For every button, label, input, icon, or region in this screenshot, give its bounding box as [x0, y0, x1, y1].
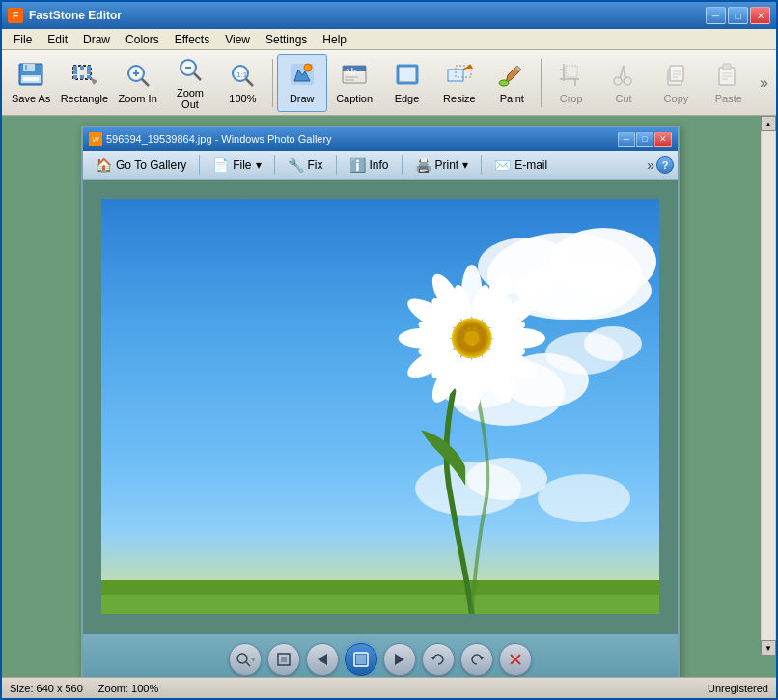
zoom-out-button[interactable]: Zoom Out — [165, 54, 215, 112]
svg-point-109 — [467, 327, 471, 331]
photo-gallery-title: 596694_19539864.jpg - Windows Photo Gall… — [106, 133, 618, 145]
main-window: F FastStone Editor ─ □ ✕ File Edit Draw … — [0, 0, 778, 700]
save-as-label: Save As — [12, 93, 50, 104]
sub-close-button[interactable]: ✕ — [654, 132, 672, 147]
menu-effects[interactable]: Effects — [167, 31, 217, 48]
gallery-fit-button[interactable] — [267, 643, 300, 676]
minimize-button[interactable]: ─ — [706, 7, 726, 24]
save-as-button[interactable]: Save As — [6, 54, 56, 112]
svg-line-113 — [246, 662, 250, 666]
title-bar: F FastStone Editor ─ □ ✕ — [2, 2, 776, 29]
email-label: E-mail — [514, 158, 547, 172]
daisy-image — [322, 228, 612, 614]
caption-label: Caption — [336, 93, 373, 104]
svg-rect-58 — [723, 64, 731, 70]
go-to-gallery-label: Go To Gallery — [116, 158, 186, 172]
rectangle-label: Rectangle — [61, 93, 109, 104]
menu-file[interactable]: File — [6, 31, 40, 48]
menu-view[interactable]: View — [217, 31, 258, 48]
scroll-up-button[interactable]: ▲ — [761, 116, 776, 131]
svg-rect-4 — [23, 77, 39, 81]
maximize-button[interactable]: □ — [728, 7, 748, 24]
svg-line-27 — [246, 79, 253, 86]
paint-label: Paint — [500, 93, 524, 104]
draw-button[interactable]: Draw — [277, 54, 327, 112]
copy-button[interactable]: Copy — [651, 54, 701, 112]
svg-line-51 — [624, 66, 625, 79]
fix-button[interactable]: 🔧 Fix — [279, 154, 332, 177]
svg-rect-118 — [356, 655, 366, 664]
crop-button[interactable]: Crop — [545, 54, 596, 112]
svg-marker-119 — [395, 654, 404, 665]
cut-button[interactable]: Cut — [598, 54, 649, 112]
email-button[interactable]: ✉️ E-mail — [486, 154, 556, 177]
svg-line-23 — [194, 73, 201, 80]
menu-bar: File Edit Draw Colors Effects View Setti… — [2, 29, 776, 50]
svg-rect-13 — [80, 75, 84, 79]
go-to-gallery-button[interactable]: 🏠 Go To Gallery — [87, 154, 195, 177]
info-button[interactable]: ℹ️ Info — [341, 154, 398, 177]
app-icon: F — [8, 8, 23, 23]
toolbar-expand-icon[interactable]: » — [756, 72, 772, 94]
paste-button[interactable]: Paste — [704, 54, 754, 112]
zoom-in-label: Zoom In — [118, 93, 156, 104]
cut-icon — [610, 62, 637, 91]
gallery-view-button[interactable] — [345, 643, 377, 676]
toolbar-sep-2 — [541, 59, 542, 107]
menu-settings[interactable]: Settings — [258, 31, 315, 48]
fix-label: Fix — [308, 158, 323, 172]
svg-marker-120 — [431, 657, 435, 660]
svg-point-42 — [499, 80, 509, 86]
scroll-track[interactable] — [762, 131, 775, 640]
sub-maximize-button[interactable]: □ — [636, 132, 653, 147]
print-label: Print — [435, 158, 459, 172]
app-title: FastStone Editor — [29, 9, 706, 22]
edge-button[interactable]: Edge — [381, 54, 431, 112]
menu-draw[interactable]: Draw — [75, 31, 118, 48]
print-button[interactable]: 🖨️ Print ▾ — [406, 154, 478, 177]
photo-gallery-bottom-bar: ▾ — [83, 633, 678, 677]
photo-frame — [101, 199, 659, 614]
caption-button[interactable]: Ab Caption — [329, 54, 379, 112]
scroll-down-button[interactable]: ▼ — [761, 640, 776, 656]
gallery-redo-button[interactable] — [460, 643, 493, 676]
zoom-in-button[interactable]: Zoom In — [112, 54, 162, 112]
sub-minimize-button[interactable]: ─ — [618, 132, 635, 147]
rectangle-button[interactable]: Rectangle — [58, 54, 110, 112]
menu-edit[interactable]: Edit — [40, 31, 75, 48]
go-to-gallery-icon: 🏠 — [96, 157, 112, 173]
info-icon: ℹ️ — [349, 157, 366, 173]
sub-toolbar-expand-icon[interactable]: » — [647, 157, 654, 173]
status-registration: Unregistered — [708, 683, 768, 694]
paint-icon — [498, 62, 525, 91]
zoom-100-button[interactable]: 1:1 100% — [217, 54, 267, 112]
sub-sep-3 — [336, 155, 337, 175]
gallery-delete-button[interactable] — [499, 643, 532, 676]
paint-button[interactable]: Paint — [486, 54, 537, 112]
gallery-next-button[interactable] — [383, 643, 416, 676]
resize-button[interactable]: Resize — [434, 54, 485, 112]
print-dropdown-icon: ▾ — [462, 158, 468, 172]
resize-icon — [446, 62, 473, 91]
file-button[interactable]: 📄 File ▾ — [204, 154, 269, 177]
gallery-undo-button[interactable] — [422, 643, 455, 676]
status-size: Size: 640 x 560 — [10, 683, 83, 694]
sub-sep-2 — [274, 155, 275, 175]
help-button[interactable]: ? — [656, 156, 674, 174]
svg-rect-1 — [23, 64, 35, 71]
svg-rect-10 — [80, 66, 84, 70]
gallery-prev-button[interactable] — [306, 643, 339, 676]
zoom-out-icon — [177, 56, 204, 85]
svg-rect-12 — [87, 70, 91, 74]
zoom-in-icon — [125, 62, 152, 91]
svg-rect-11 — [73, 70, 77, 74]
close-button[interactable]: ✕ — [750, 7, 770, 24]
sub-sep-1 — [199, 155, 200, 175]
menu-help[interactable]: Help — [315, 31, 354, 48]
menu-colors[interactable]: Colors — [118, 31, 167, 48]
gallery-zoom-button[interactable]: ▾ — [229, 643, 262, 676]
draw-label: Draw — [290, 93, 315, 104]
caption-icon: Ab — [341, 62, 368, 91]
crop-icon — [558, 62, 585, 91]
svg-marker-14 — [90, 77, 97, 85]
